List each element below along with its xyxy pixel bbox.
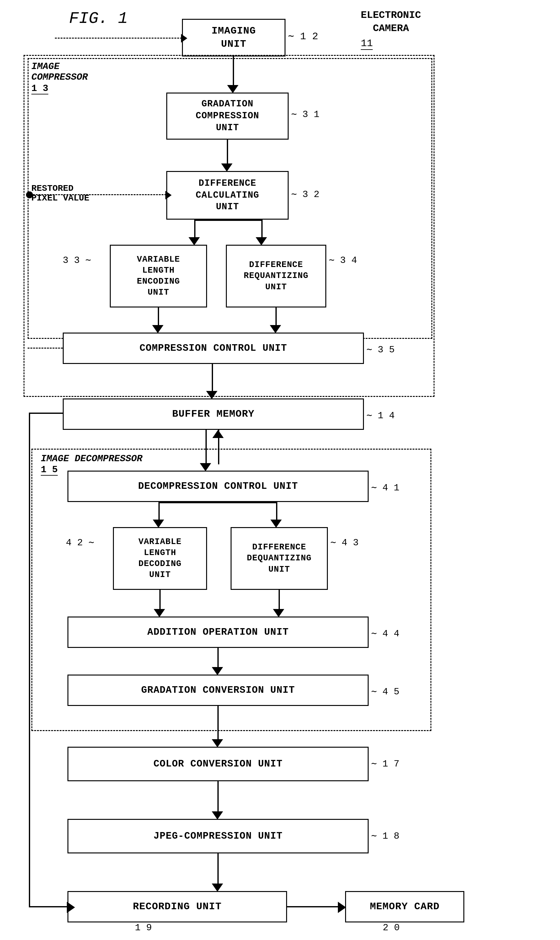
arrow-head-ao-down — [212, 667, 223, 675]
arrow-head-drq-down — [270, 325, 281, 333]
arrow-head-ddq-down — [273, 609, 284, 617]
addition-operation-box: ADDITION OPERATION UNIT — [68, 617, 369, 648]
diagram: FIG. 1 ELECTRONICCAMERA 11 IMAGINGUNIT ∼… — [0, 0, 560, 940]
buffer-memory-ref: ∼ 1 4 — [366, 409, 395, 421]
arrow-cc-down — [212, 364, 213, 392]
arrow-ao-down — [217, 648, 218, 668]
branch-horizontal — [195, 220, 262, 221]
variable-length-encoding-ref: 3 3 ∼ — [63, 254, 91, 266]
difference-requantizing-ref: ∼ 3 4 — [329, 254, 357, 266]
compression-control-box: COMPRESSION CONTROL UNIT — [63, 332, 364, 364]
jpeg-compression-ref: ∼ 1 8 — [371, 830, 399, 842]
difference-dequantizing-box: DIFFERENCEDEQUANTIZINGUNIT — [231, 527, 328, 590]
difference-calculating-box: DIFFERENCECALCULATINGUNIT — [166, 171, 289, 220]
arrow-head-jpeg-down — [212, 883, 223, 892]
arrow-head-dc-to-ddq — [271, 520, 282, 528]
gradation-compression-ref: ∼ 3 1 — [291, 108, 319, 120]
memory-card-ref: 2 0 — [383, 922, 400, 933]
restored-pixel-label: RESTOREDPIXEL VALUE — [31, 183, 89, 203]
arrow-dc-left-down — [194, 220, 195, 238]
arrow-head-bm-up — [212, 430, 224, 438]
imaging-unit-box: IMAGINGUNIT — [182, 19, 286, 57]
arrow-head-gcv-down — [212, 739, 223, 747]
figure-title: FIG. 1 — [69, 9, 128, 28]
top-dashed-line — [55, 38, 182, 38]
buffer-memory-box: BUFFER MEMORY — [63, 398, 364, 430]
restored-pixel-dashed-line — [33, 194, 166, 195]
arrow-vld-down — [159, 590, 161, 610]
arrow-head-dc-to-vld — [153, 520, 164, 528]
branch-horizontal-2 — [159, 502, 277, 503]
difference-requantizing-box: DIFFERENCEREQUANTIZINGUNIT — [226, 245, 326, 308]
variable-length-decoding-ref: 4 2 ∼ — [66, 537, 94, 548]
top-dashed-arrow — [181, 34, 187, 43]
variable-length-decoding-box: VARIABLELENGTHDECODINGUNIT — [113, 527, 207, 590]
electronic-camera-ref: 11 — [361, 38, 373, 50]
restored-pixel-dot — [26, 191, 33, 198]
arrow-head-dc-right — [256, 237, 267, 245]
arrow-jpeg-down — [217, 854, 218, 885]
arrow-ddq-down — [278, 590, 280, 610]
color-conversion-ref: ∼ 1 7 — [371, 758, 399, 769]
arrow-head-gc-down — [221, 163, 232, 172]
arrow-head-dc-left — [189, 237, 200, 245]
feedback-top-to-buffer — [29, 412, 63, 414]
arrow-dc-right-down — [262, 220, 263, 238]
electronic-camera-label: ELECTRONICCAMERA — [361, 9, 421, 35]
variable-length-encoding-box: VARIABLELENGTHENCODINGUNIT — [110, 245, 207, 308]
gradation-conversion-box: GRADATION CONVERSION UNIT — [68, 675, 369, 706]
image-decompressor-ref: 1 5 — [41, 465, 58, 475]
arrow-gc-down — [227, 140, 228, 165]
gradation-conversion-ref: ∼ 4 5 — [371, 686, 399, 697]
difference-dequantizing-ref: ∼ 4 3 — [330, 537, 358, 548]
arrow-dc-to-ddq — [276, 502, 277, 521]
decompression-control-ref: ∼ 4 1 — [371, 482, 399, 493]
arrow-head-vle-down — [152, 325, 163, 333]
addition-operation-ref: ∼ 4 4 — [371, 628, 399, 639]
compression-control-dashed-left — [28, 348, 63, 349]
image-decompressor-italic: IMAGE DECOMPRESSOR — [41, 453, 142, 464]
arrow-head-ccv-down — [212, 811, 223, 820]
imaging-unit-ref: ∼ 1 2 — [288, 30, 318, 42]
arrow-dc-to-vld — [158, 502, 160, 521]
feedback-bottom-line — [29, 906, 68, 908]
compression-control-ref: ∼ 3 5 — [366, 343, 395, 355]
recording-unit-ref: 1 9 — [135, 922, 152, 933]
memory-card-box: MEMORY CARD — [345, 891, 464, 922]
color-conversion-box: COLOR CONVERSION UNIT — [68, 747, 369, 781]
arrow-head-vld-down — [154, 609, 165, 617]
jpeg-compression-box: JPEG-COMPRESSION UNIT — [68, 819, 369, 854]
difference-calculating-ref: ∼ 3 2 — [291, 188, 319, 200]
feedback-left-line — [29, 412, 30, 907]
decompression-control-box: DECOMPRESSION CONTROL UNIT — [68, 471, 369, 502]
arrow-ccv-down — [217, 781, 218, 812]
restored-pixel-arrow-head — [165, 191, 172, 200]
feedback-arrow-head — [67, 902, 75, 913]
arrow-rec-to-mc — [287, 906, 339, 908]
arrow-vle-down — [158, 308, 159, 326]
arrow-gcv-down — [217, 706, 218, 740]
arrow-head-cc-down — [206, 391, 217, 399]
arrow-drq-down — [275, 308, 277, 326]
gradation-compression-box: GRADATIONCOMPRESSIONUNIT — [166, 92, 289, 140]
recording-unit-box: RECORDING UNIT — [68, 891, 287, 922]
